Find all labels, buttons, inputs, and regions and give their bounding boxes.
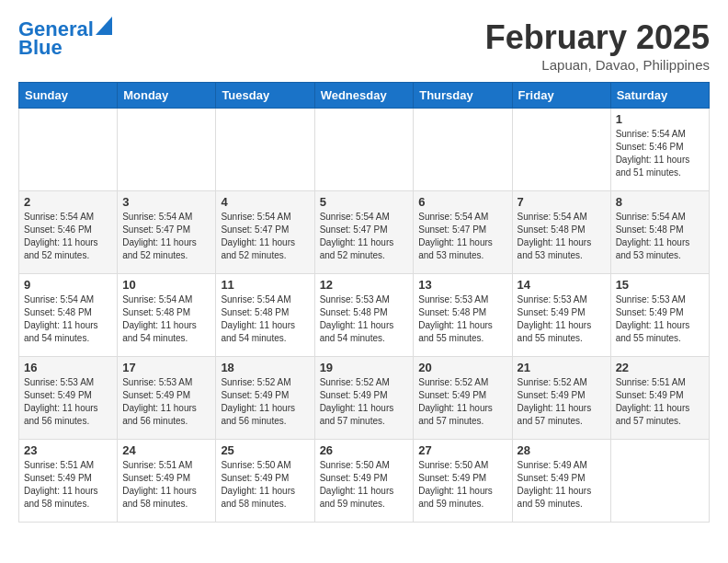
calendar-cell: 11Sunrise: 5:54 AM Sunset: 5:48 PM Dayli… xyxy=(216,274,314,357)
day-info: Sunrise: 5:51 AM Sunset: 5:49 PM Dayligh… xyxy=(122,459,210,511)
calendar-cell: 9Sunrise: 5:54 AM Sunset: 5:48 PM Daylig… xyxy=(19,274,118,357)
day-number: 23 xyxy=(24,443,112,457)
day-number: 12 xyxy=(320,278,409,292)
calendar-cell: 15Sunrise: 5:53 AM Sunset: 5:49 PM Dayli… xyxy=(610,274,709,357)
calendar-cell: 21Sunrise: 5:52 AM Sunset: 5:49 PM Dayli… xyxy=(512,357,610,440)
svg-marker-0 xyxy=(96,17,112,35)
day-info: Sunrise: 5:49 AM Sunset: 5:49 PM Dayligh… xyxy=(518,459,606,511)
day-number: 11 xyxy=(221,278,309,292)
calendar-cell: 3Sunrise: 5:54 AM Sunset: 5:47 PM Daylig… xyxy=(118,191,216,274)
calendar-header-row: SundayMondayTuesdayWednesdayThursdayFrid… xyxy=(19,83,710,109)
logo-text-blue: Blue xyxy=(18,37,63,59)
calendar-cell: 7Sunrise: 5:54 AM Sunset: 5:48 PM Daylig… xyxy=(512,191,610,274)
day-info: Sunrise: 5:54 AM Sunset: 5:48 PM Dayligh… xyxy=(24,293,112,345)
calendar-cell: 18Sunrise: 5:52 AM Sunset: 5:49 PM Dayli… xyxy=(216,357,314,440)
page-header: General Blue February 2025 Lapuan, Davao… xyxy=(18,18,710,73)
day-info: Sunrise: 5:53 AM Sunset: 5:49 PM Dayligh… xyxy=(24,376,112,428)
month-title: February 2025 xyxy=(485,18,710,57)
day-number: 25 xyxy=(221,443,309,457)
calendar-week-row: 16Sunrise: 5:53 AM Sunset: 5:49 PM Dayli… xyxy=(19,357,710,440)
day-info: Sunrise: 5:52 AM Sunset: 5:49 PM Dayligh… xyxy=(418,376,506,428)
calendar-cell xyxy=(414,109,512,191)
day-number: 18 xyxy=(221,361,309,374)
column-header-thursday: Thursday xyxy=(414,83,512,109)
column-header-monday: Monday xyxy=(118,83,216,109)
calendar-cell: 26Sunrise: 5:50 AM Sunset: 5:49 PM Dayli… xyxy=(314,440,414,523)
day-number: 15 xyxy=(616,278,704,292)
calendar-cell: 19Sunrise: 5:52 AM Sunset: 5:49 PM Dayli… xyxy=(314,357,414,440)
day-number: 21 xyxy=(518,361,606,374)
day-info: Sunrise: 5:52 AM Sunset: 5:49 PM Dayligh… xyxy=(320,376,409,428)
calendar-cell: 2Sunrise: 5:54 AM Sunset: 5:46 PM Daylig… xyxy=(19,191,118,274)
day-number: 4 xyxy=(221,195,309,209)
day-info: Sunrise: 5:54 AM Sunset: 5:48 PM Dayligh… xyxy=(221,293,309,345)
day-number: 1 xyxy=(616,112,704,126)
calendar-cell xyxy=(512,109,610,191)
column-header-wednesday: Wednesday xyxy=(314,83,414,109)
logo: General Blue xyxy=(18,18,112,59)
day-number: 22 xyxy=(616,361,704,374)
calendar-cell: 13Sunrise: 5:53 AM Sunset: 5:48 PM Dayli… xyxy=(414,274,512,357)
calendar-cell: 24Sunrise: 5:51 AM Sunset: 5:49 PM Dayli… xyxy=(118,440,216,523)
calendar-table: SundayMondayTuesdayWednesdayThursdayFrid… xyxy=(18,82,710,523)
calendar-week-row: 1Sunrise: 5:54 AM Sunset: 5:46 PM Daylig… xyxy=(19,109,710,191)
day-number: 19 xyxy=(320,361,409,374)
day-info: Sunrise: 5:54 AM Sunset: 5:47 PM Dayligh… xyxy=(122,211,210,262)
calendar-cell xyxy=(19,109,118,191)
calendar-week-row: 23Sunrise: 5:51 AM Sunset: 5:49 PM Dayli… xyxy=(19,440,710,523)
day-info: Sunrise: 5:52 AM Sunset: 5:49 PM Dayligh… xyxy=(518,376,606,428)
calendar-week-row: 2Sunrise: 5:54 AM Sunset: 5:46 PM Daylig… xyxy=(19,191,710,274)
calendar-cell: 1Sunrise: 5:54 AM Sunset: 5:46 PM Daylig… xyxy=(610,109,709,191)
day-number: 20 xyxy=(418,361,506,374)
day-info: Sunrise: 5:53 AM Sunset: 5:48 PM Dayligh… xyxy=(418,293,506,345)
day-number: 9 xyxy=(24,278,112,292)
day-number: 7 xyxy=(518,195,606,209)
calendar-cell xyxy=(610,440,709,523)
calendar-cell: 6Sunrise: 5:54 AM Sunset: 5:47 PM Daylig… xyxy=(414,191,512,274)
day-number: 27 xyxy=(418,443,506,457)
calendar-cell: 22Sunrise: 5:51 AM Sunset: 5:49 PM Dayli… xyxy=(610,357,709,440)
calendar-cell: 4Sunrise: 5:54 AM Sunset: 5:47 PM Daylig… xyxy=(216,191,314,274)
day-number: 13 xyxy=(418,278,506,292)
calendar-cell: 17Sunrise: 5:53 AM Sunset: 5:49 PM Dayli… xyxy=(118,357,216,440)
calendar-cell: 12Sunrise: 5:53 AM Sunset: 5:48 PM Dayli… xyxy=(314,274,414,357)
day-info: Sunrise: 5:53 AM Sunset: 5:49 PM Dayligh… xyxy=(122,376,210,428)
day-number: 10 xyxy=(122,278,210,292)
day-info: Sunrise: 5:54 AM Sunset: 5:48 PM Dayligh… xyxy=(518,211,606,262)
calendar-cell: 10Sunrise: 5:54 AM Sunset: 5:48 PM Dayli… xyxy=(118,274,216,357)
calendar-cell: 28Sunrise: 5:49 AM Sunset: 5:49 PM Dayli… xyxy=(512,440,610,523)
calendar-cell xyxy=(216,109,314,191)
day-number: 28 xyxy=(518,443,606,457)
calendar-cell: 14Sunrise: 5:53 AM Sunset: 5:49 PM Dayli… xyxy=(512,274,610,357)
calendar-cell: 23Sunrise: 5:51 AM Sunset: 5:49 PM Dayli… xyxy=(19,440,118,523)
day-info: Sunrise: 5:54 AM Sunset: 5:47 PM Dayligh… xyxy=(418,211,506,262)
day-info: Sunrise: 5:54 AM Sunset: 5:48 PM Dayligh… xyxy=(122,293,210,345)
day-info: Sunrise: 5:54 AM Sunset: 5:46 PM Dayligh… xyxy=(24,211,112,262)
location: Lapuan, Davao, Philippines xyxy=(485,57,710,73)
day-info: Sunrise: 5:53 AM Sunset: 5:49 PM Dayligh… xyxy=(616,293,704,345)
day-number: 16 xyxy=(24,361,112,374)
day-info: Sunrise: 5:50 AM Sunset: 5:49 PM Dayligh… xyxy=(221,459,309,511)
day-info: Sunrise: 5:54 AM Sunset: 5:46 PM Dayligh… xyxy=(616,128,704,179)
calendar-cell: 8Sunrise: 5:54 AM Sunset: 5:48 PM Daylig… xyxy=(610,191,709,274)
day-info: Sunrise: 5:51 AM Sunset: 5:49 PM Dayligh… xyxy=(24,459,112,511)
day-info: Sunrise: 5:51 AM Sunset: 5:49 PM Dayligh… xyxy=(616,376,704,428)
day-info: Sunrise: 5:53 AM Sunset: 5:49 PM Dayligh… xyxy=(518,293,606,345)
day-number: 24 xyxy=(122,443,210,457)
day-info: Sunrise: 5:53 AM Sunset: 5:48 PM Dayligh… xyxy=(320,293,409,345)
day-info: Sunrise: 5:50 AM Sunset: 5:49 PM Dayligh… xyxy=(320,459,409,511)
day-info: Sunrise: 5:52 AM Sunset: 5:49 PM Dayligh… xyxy=(221,376,309,428)
day-number: 6 xyxy=(418,195,506,209)
day-info: Sunrise: 5:54 AM Sunset: 5:48 PM Dayligh… xyxy=(616,211,704,262)
day-number: 17 xyxy=(122,361,210,374)
day-info: Sunrise: 5:54 AM Sunset: 5:47 PM Dayligh… xyxy=(221,211,309,262)
column-header-friday: Friday xyxy=(512,83,610,109)
day-number: 3 xyxy=(122,195,210,209)
title-block: February 2025 Lapuan, Davao, Philippines xyxy=(485,18,710,73)
calendar-cell xyxy=(314,109,414,191)
calendar-cell: 20Sunrise: 5:52 AM Sunset: 5:49 PM Dayli… xyxy=(414,357,512,440)
column-header-tuesday: Tuesday xyxy=(216,83,314,109)
day-info: Sunrise: 5:54 AM Sunset: 5:47 PM Dayligh… xyxy=(320,211,409,262)
day-info: Sunrise: 5:50 AM Sunset: 5:49 PM Dayligh… xyxy=(418,459,506,511)
calendar-cell: 25Sunrise: 5:50 AM Sunset: 5:49 PM Dayli… xyxy=(216,440,314,523)
